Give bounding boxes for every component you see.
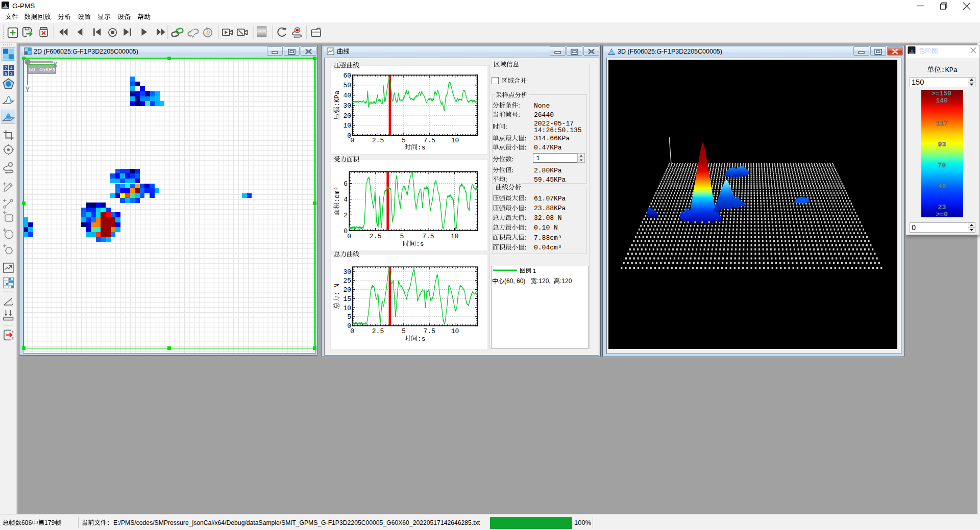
- svg-text:0.10 N: 0.10 N: [534, 224, 558, 232]
- svg-text:14:26:50.135: 14:26:50.135: [534, 127, 582, 134]
- svg-text:0: 0: [350, 137, 354, 144]
- svg-text:0: 0: [912, 223, 916, 232]
- svg-text:0.47KPa: 0.47KPa: [534, 144, 562, 152]
- svg-text:100%: 100%: [574, 519, 592, 526]
- svg-text::KPa: :KPa: [941, 66, 958, 74]
- svg-text::120: :120: [560, 277, 572, 285]
- svg-text:1: 1: [536, 155, 540, 162]
- svg-text:7.5: 7.5: [424, 327, 435, 335]
- svg-text:0: 0: [347, 233, 351, 240]
- svg-text:61.07KPa: 61.07KPa: [534, 195, 566, 203]
- svg-text:X: X: [54, 61, 58, 69]
- svg-text:40: 40: [343, 92, 351, 99]
- svg-text:E:/PMS/codes/SMPressure_jsonCa: E:/PMS/codes/SMPressure_jsonCal/x64/Debu…: [113, 519, 480, 526]
- svg-text:7.5: 7.5: [422, 233, 434, 240]
- svg-text:6: 6: [344, 180, 348, 188]
- svg-text:0: 0: [350, 327, 354, 335]
- svg-text:25: 25: [343, 277, 351, 285]
- svg-text::s: :s: [416, 240, 424, 248]
- svg-text:30: 30: [343, 268, 351, 276]
- svg-text:140: 140: [936, 97, 948, 105]
- svg-text::cm³: :cm³: [333, 187, 341, 203]
- svg-text:23: 23: [938, 204, 946, 211]
- svg-text:2.5: 2.5: [370, 233, 381, 240]
- svg-text:5: 5: [402, 137, 406, 144]
- svg-text:: N: : N: [333, 284, 341, 295]
- svg-text:4: 4: [10, 65, 13, 70]
- svg-text:2.5: 2.5: [372, 327, 384, 335]
- svg-text:2: 2: [344, 212, 348, 219]
- svg-text:70: 70: [938, 162, 946, 169]
- svg-text::s: :s: [418, 144, 426, 152]
- svg-text:7.88cm³: 7.88cm³: [534, 234, 562, 242]
- svg-text:2D (F606025:G-F1P3D2205C00005): 2D (F606025:G-F1P3D2205C00005): [34, 48, 138, 55]
- svg-text:>=150: >=150: [932, 90, 951, 97]
- svg-text:10: 10: [343, 122, 351, 130]
- svg-text:Y: Y: [26, 86, 30, 94]
- svg-text:10: 10: [343, 305, 351, 312]
- svg-text:150: 150: [912, 78, 924, 86]
- svg-text:5: 5: [5, 71, 7, 76]
- svg-text:5: 5: [400, 233, 404, 240]
- svg-text:(60, 60): (60, 60): [504, 277, 525, 285]
- svg-text:10: 10: [451, 233, 459, 240]
- svg-text:23.88KPa: 23.88KPa: [534, 205, 566, 212]
- svg-text:50: 50: [343, 82, 351, 89]
- svg-text:5: 5: [347, 313, 351, 321]
- svg-text:10: 10: [451, 137, 459, 144]
- svg-text:20: 20: [343, 286, 351, 294]
- svg-text:26440: 26440: [534, 111, 554, 119]
- svg-text::120,: :120,: [537, 277, 551, 285]
- svg-text:3: 3: [10, 71, 13, 76]
- svg-text:2.5: 2.5: [372, 137, 384, 144]
- svg-text:G-PMS: G-PMS: [12, 2, 35, 10]
- svg-text:4: 4: [344, 196, 348, 204]
- svg-text:15: 15: [343, 295, 351, 303]
- svg-text:>=0: >=0: [936, 211, 948, 218]
- svg-text:5: 5: [402, 327, 406, 335]
- svg-text:0.04cm³: 0.04cm³: [534, 244, 562, 251]
- svg-text::KPa: :KPa: [333, 91, 341, 107]
- svg-text:59.45KPa: 59.45KPa: [29, 67, 56, 73]
- svg-text:2: 2: [5, 65, 7, 70]
- svg-text:314.66KPa: 314.66KPa: [534, 135, 570, 142]
- svg-text:10: 10: [451, 327, 459, 335]
- svg-text:32.08 N: 32.08 N: [534, 214, 562, 222]
- svg-text:None: None: [534, 102, 550, 110]
- svg-text:2.80KPa: 2.80KPa: [534, 167, 562, 174]
- svg-text:20: 20: [343, 112, 351, 120]
- svg-text:7.5: 7.5: [424, 137, 435, 144]
- svg-text:1: 1: [533, 268, 536, 274]
- svg-text:117: 117: [936, 120, 947, 128]
- svg-text:0: 0: [206, 30, 210, 37]
- svg-text:30: 30: [343, 102, 351, 110]
- svg-text:93: 93: [938, 141, 946, 148]
- svg-text:60: 60: [343, 72, 351, 80]
- svg-text:3D (F606025:G-F1P3D2205C00005): 3D (F606025:G-F1P3D2205C00005): [618, 48, 722, 55]
- svg-text:59.45KPa: 59.45KPa: [534, 176, 566, 184]
- svg-text::s: :s: [418, 335, 426, 343]
- svg-text:46: 46: [938, 183, 946, 190]
